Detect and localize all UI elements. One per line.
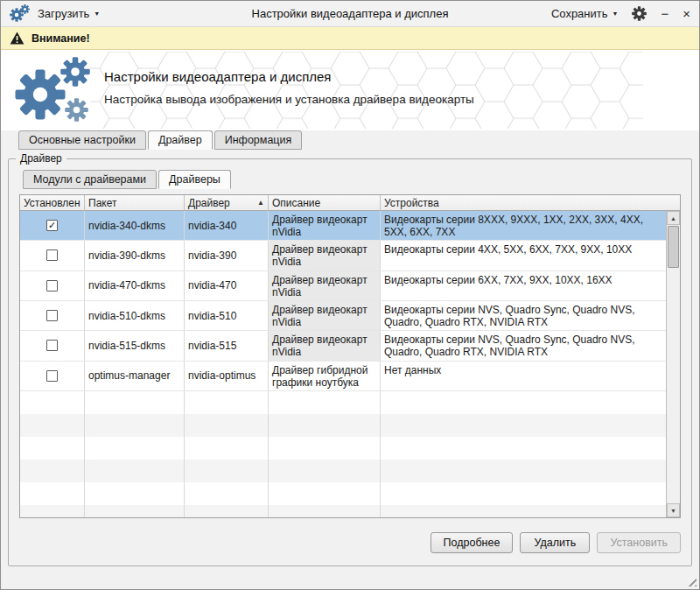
driver-cell: nvidia-390: [185, 241, 269, 270]
installed-checkbox[interactable]: [46, 370, 58, 382]
tab-driver-modules[interactable]: Модули с драйверами: [23, 170, 157, 189]
package-cell: nvidia-515-dkms: [85, 331, 185, 360]
empty-column: [185, 391, 269, 517]
column-label: Установлен: [24, 197, 80, 209]
button-label: Установить: [610, 537, 668, 549]
table-row[interactable]: nvidia-515-dkmsnvidia-515Драйвер видеока…: [20, 331, 666, 361]
scroll-up-icon[interactable]: ▲: [667, 211, 680, 225]
devices-cell: Видеокарты серии NVS, Quadro Sync, Quadr…: [381, 301, 666, 330]
package-cell: nvidia-510-dkms: [85, 301, 185, 330]
warning-text: Внимание!: [32, 32, 90, 45]
chevron-down-icon: ▼: [612, 11, 619, 17]
description-cell: Драйвер видеокарт nVidia: [269, 241, 381, 270]
devices-cell: Видеокарты серии 8XXX, 9XXX, 1XX, 2XX, 3…: [381, 211, 666, 240]
tab-label: Драйверы: [169, 173, 220, 186]
description-cell: Драйвер гибридной графики ноутбука: [269, 362, 381, 390]
load-menu-label: Загрузить: [38, 7, 89, 20]
installed-cell: [20, 241, 85, 270]
settings-gear-icon[interactable]: [632, 6, 647, 21]
installed-checkbox[interactable]: [46, 249, 58, 261]
scroll-down-icon[interactable]: ▼: [667, 503, 680, 517]
action-buttons: Подробнее Удалить Установить: [19, 532, 681, 553]
package-cell: nvidia-390-dkms: [85, 241, 185, 270]
vertical-scrollbar[interactable]: ▲ ▼: [666, 211, 680, 517]
empty-column: [269, 391, 381, 517]
table-body: ✓nvidia-340-dkmsnvidia-340Драйвер видеок…: [20, 211, 680, 517]
column-header-description[interactable]: Описание: [269, 195, 381, 211]
minimize-button[interactable]: −: [661, 7, 668, 20]
warning-icon: [10, 32, 24, 45]
groupbox-label: Драйвер: [16, 152, 66, 165]
installed-cell: [20, 271, 85, 300]
table-empty-area: [20, 391, 666, 517]
tab-drivers[interactable]: Драйверы: [158, 170, 231, 189]
table-row[interactable]: nvidia-390-dkmsnvidia-390Драйвер видеока…: [20, 241, 666, 270]
tab-driver[interactable]: Драйвер: [148, 130, 213, 150]
app-icon: [10, 4, 31, 24]
table-row[interactable]: optimus-managernvidia-optimusДрайвер гиб…: [20, 362, 666, 391]
table-row[interactable]: nvidia-470-dkmsnvidia-470Драйвер видеока…: [20, 271, 666, 301]
driver-cell: nvidia-515: [185, 331, 269, 360]
devices-cell: Видеокарты серии 4XX, 5XX, 6XX, 7XX, 9XX…: [381, 241, 666, 270]
devices-cell: Видеокарты серии 6XX, 7XX, 9XX, 10XX, 16…: [381, 271, 666, 300]
driver-tabstrip: Модули с драйверами Драйверы: [23, 170, 681, 189]
column-label: Драйвер: [188, 197, 230, 209]
table-row[interactable]: nvidia-510-dkmsnvidia-510Драйвер видеока…: [20, 301, 666, 331]
driver-cell: nvidia-optimus: [185, 362, 269, 390]
scrollbar-thumb[interactable]: [668, 226, 679, 268]
installed-checkbox[interactable]: ✓: [46, 220, 58, 231]
tab-basic-settings[interactable]: Основные настройки: [18, 130, 146, 150]
driver-table: Установлен Пакет Драйвер▲ Описание Устро…: [19, 194, 681, 518]
table-row[interactable]: ✓nvidia-340-dkmsnvidia-340Драйвер видеок…: [20, 211, 666, 241]
gears-icon: [15, 55, 95, 127]
installed-cell: [20, 301, 85, 330]
sort-ascending-icon: ▲: [254, 199, 264, 207]
install-button[interactable]: Установить: [597, 532, 681, 553]
load-menu-button[interactable]: Загрузить ▼: [38, 7, 100, 20]
titlebar: Загрузить ▼ Настройки видеоадаптера и ди…: [1, 1, 699, 27]
driver-cell: nvidia-470: [185, 271, 269, 300]
description-cell: Драйвер видеокарт nVidia: [269, 331, 381, 360]
column-header-devices[interactable]: Устройства: [381, 195, 666, 211]
main-tabstrip: Основные настройки Драйвер Информация: [1, 130, 699, 150]
package-cell: nvidia-340-dkms: [85, 211, 185, 240]
package-cell: optimus-manager: [85, 362, 185, 390]
table-header: Установлен Пакет Драйвер▲ Описание Устро…: [20, 195, 680, 211]
installed-checkbox[interactable]: [46, 280, 58, 291]
description-cell: Драйвер видеокарт nVidia: [269, 211, 381, 240]
tab-label: Драйвер: [158, 134, 202, 146]
tab-label: Информация: [225, 134, 292, 146]
empty-column: [381, 391, 666, 517]
header-stub: [666, 195, 680, 211]
statusbar: [1, 566, 699, 589]
package-cell: nvidia-470-dkms: [85, 271, 185, 300]
installed-checkbox[interactable]: [46, 340, 58, 351]
description-cell: Драйвер видеокарт nVidia: [269, 301, 381, 330]
driver-cell: nvidia-340: [185, 211, 269, 240]
installed-checkbox[interactable]: [46, 310, 58, 321]
button-label: Удалить: [535, 537, 577, 549]
column-header-driver[interactable]: Драйвер▲: [185, 195, 269, 211]
remove-button[interactable]: Удалить: [520, 532, 590, 553]
table-rows: ✓nvidia-340-dkmsnvidia-340Драйвер видеок…: [20, 211, 666, 391]
column-header-package[interactable]: Пакет: [85, 195, 185, 211]
installed-cell: [20, 331, 85, 360]
page-header: Настройки видеоадаптера и дисплея Настро…: [1, 50, 699, 130]
details-button[interactable]: Подробнее: [430, 532, 514, 553]
driver-groupbox: Драйвер Модули с драйверами Драйверы Уст…: [8, 158, 692, 566]
installed-cell: [20, 362, 85, 390]
devices-cell: Видеокарты серии NVS, Quadro Sync, Quadr…: [381, 331, 666, 360]
column-label: Описание: [272, 197, 320, 209]
description-cell: Драйвер видеокарт nVidia: [269, 271, 381, 300]
devices-cell: Нет данных: [381, 362, 666, 390]
close-button[interactable]: ×: [682, 7, 690, 20]
tab-information[interactable]: Информация: [214, 130, 303, 150]
page-title: Настройки видеоадаптера и дисплея: [104, 69, 474, 84]
save-menu-button[interactable]: Сохранить ▼: [551, 7, 619, 20]
column-header-installed[interactable]: Установлен: [20, 195, 85, 211]
chevron-down-icon: ▼: [94, 11, 100, 17]
page-subtitle: Настройка вывода изображения и установка…: [104, 93, 474, 106]
column-label: Пакет: [88, 197, 116, 209]
resize-grip[interactable]: [685, 575, 696, 586]
empty-column: [85, 391, 185, 517]
